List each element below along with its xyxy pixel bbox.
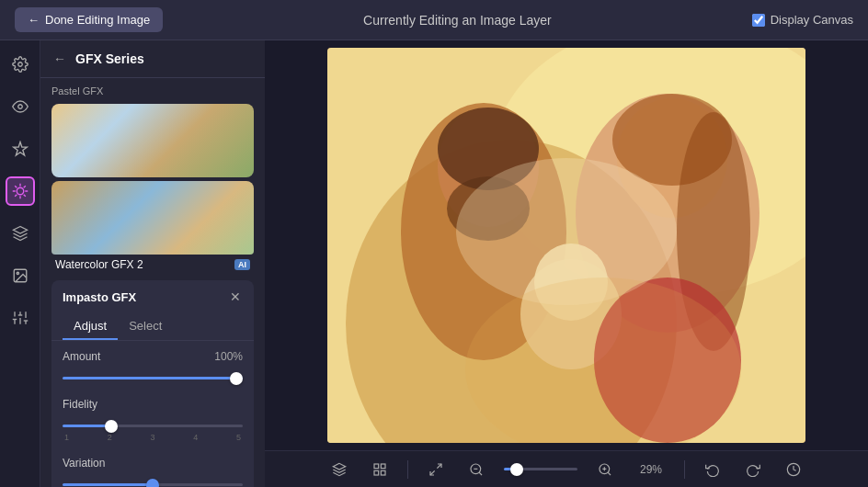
zoom-out-button[interactable] [463, 459, 489, 481]
fidelity-slider[interactable] [63, 425, 243, 427]
fidelity-ticks: 1 2 3 4 5 [63, 433, 243, 442]
bottom-toolbar: 29% [265, 450, 868, 487]
amount-row: Amount 100% [63, 350, 243, 363]
done-editing-label: Done Editing Image [45, 13, 150, 27]
variation-label: Variation [63, 457, 105, 470]
page-title: Currently Editing an Image Layer [363, 13, 552, 28]
layers-toggle-button[interactable] [326, 459, 352, 481]
amount-value: 100% [214, 350, 243, 363]
undo-button[interactable] [700, 459, 725, 481]
impasto-close-button[interactable]: ✕ [228, 288, 243, 306]
impasto-tabs: Adjust Select [51, 313, 254, 341]
grid-button[interactable] [367, 459, 393, 481]
svg-line-42 [608, 472, 611, 475]
canvas-area: 29% [265, 40, 868, 487]
watercolor-label-text: Watercolor GFX 2 [55, 258, 143, 271]
svg-rect-35 [374, 470, 379, 475]
zoom-value: 29% [633, 463, 669, 476]
impasto-panel: Impasto GFX ✕ Adjust Select Amount 100% [51, 280, 254, 487]
svg-line-37 [430, 470, 435, 475]
svg-rect-34 [381, 470, 385, 475]
redo-button[interactable] [740, 459, 766, 481]
fidelity-label: Fidelity [63, 398, 97, 411]
impasto-title: Impasto GFX [63, 290, 136, 304]
svg-marker-3 [13, 227, 27, 234]
variation-control: Variation 1 2 3 4 5 [51, 447, 254, 487]
svg-rect-33 [381, 464, 385, 469]
pastel-label: Pastel GFX [40, 78, 265, 100]
arrow-left-icon: ← [28, 13, 40, 27]
main-layout: ← GFX Series Pastel GFX Watercolor GFX 2… [0, 40, 868, 487]
fidelity-row: Fidelity [63, 398, 243, 411]
svg-point-0 [17, 62, 22, 67]
ai-badge-watercolor: AI [234, 259, 250, 270]
done-editing-button[interactable]: ← Done Editing Image [15, 7, 163, 32]
panel-scroll: Pastel GFX Watercolor GFX 2 AI Impasto G… [40, 78, 265, 487]
canvas-image [327, 48, 805, 443]
history-button[interactable] [781, 459, 806, 481]
variation-row: Variation [63, 457, 243, 470]
watercolor-card-label: Watercolor GFX 2 AI [51, 255, 254, 273]
pastel-thumbnail [51, 104, 254, 177]
svg-marker-31 [333, 463, 345, 470]
icon-rail [0, 40, 40, 487]
layers-icon[interactable] [6, 219, 35, 248]
fidelity-control: Fidelity 1 2 3 4 5 [51, 389, 254, 447]
display-canvas-checkbox[interactable] [752, 14, 765, 27]
canvas-svg [327, 48, 805, 443]
amount-label: Amount [63, 350, 100, 363]
eye-icon[interactable] [6, 92, 35, 121]
toolbar-separator-1 [407, 460, 408, 479]
watercolor-thumbnail [51, 181, 254, 255]
panel-header: ← GFX Series [40, 40, 265, 78]
zoom-slider[interactable] [504, 468, 577, 470]
pastel-card[interactable] [51, 104, 254, 177]
amount-control: Amount 100% [51, 341, 254, 389]
panel-title: GFX Series [75, 51, 144, 66]
display-canvas-text: Display Canvas [771, 13, 853, 27]
sparkle-icon[interactable] [6, 134, 35, 164]
svg-line-36 [437, 464, 441, 469]
canvas-image-inner [327, 48, 805, 443]
display-canvas-label[interactable]: Display Canvas [752, 13, 853, 27]
side-panel: ← GFX Series Pastel GFX Watercolor GFX 2… [40, 40, 265, 487]
svg-point-5 [17, 272, 18, 274]
effects-icon[interactable] [6, 176, 35, 206]
fit-canvas-button[interactable] [423, 459, 449, 481]
image-icon[interactable] [6, 261, 35, 290]
panel-back-button[interactable]: ← [51, 50, 68, 68]
tab-select[interactable]: Select [118, 313, 173, 340]
svg-point-2 [17, 187, 24, 195]
variation-slider[interactable] [63, 483, 243, 486]
impasto-header: Impasto GFX ✕ [51, 280, 254, 313]
toolbar-separator-2 [684, 460, 685, 479]
top-bar: ← Done Editing Image Currently Editing a… [0, 0, 868, 40]
svg-point-1 [17, 105, 22, 109]
watercolor-card[interactable]: Watercolor GFX 2 AI [51, 181, 254, 273]
canvas-viewport [265, 40, 868, 450]
adjust-icon[interactable] [6, 303, 35, 333]
svg-rect-32 [374, 464, 379, 469]
tab-adjust[interactable]: Adjust [63, 313, 118, 340]
amount-slider[interactable] [63, 377, 243, 379]
svg-line-39 [479, 472, 482, 475]
zoom-in-button[interactable] [592, 459, 618, 481]
settings-icon[interactable] [6, 50, 35, 79]
